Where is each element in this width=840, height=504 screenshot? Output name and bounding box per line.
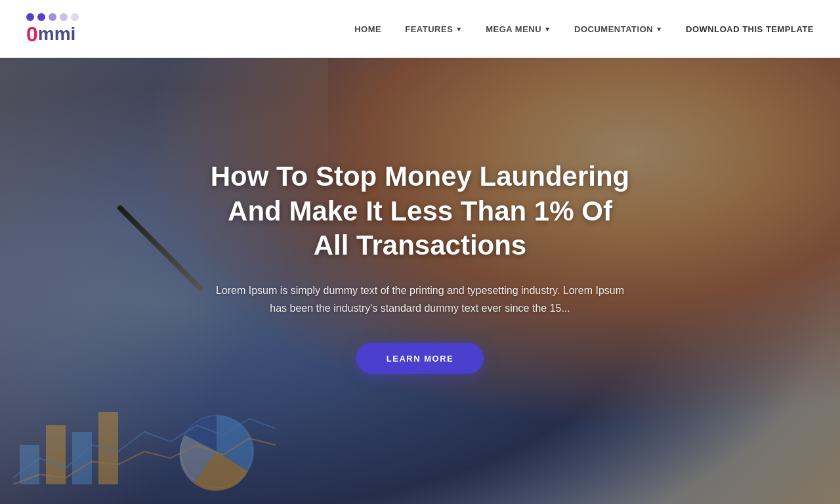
- hero-content: How To Stop Money Laundering And Make It…: [210, 131, 630, 374]
- nav-mega-menu-link[interactable]: MEGA MENU: [486, 24, 541, 34]
- logo-dot-3: [49, 13, 56, 21]
- logo-dot-1: [26, 13, 34, 21]
- nav-item-mega-menu[interactable]: MEGA MENU ▼: [486, 24, 551, 34]
- logo-icon: 0 mmi: [26, 13, 79, 45]
- logo-dot-4: [60, 13, 68, 21]
- navbar: 0 mmi HOME FEATURES ▼ MEGA MENU ▼ DOCUME…: [0, 0, 840, 58]
- hero-description: Lorem Ipsum is simply dummy text of the …: [210, 281, 630, 316]
- mega-menu-dropdown-arrow: ▼: [544, 26, 551, 33]
- features-dropdown-arrow: ▼: [455, 26, 462, 33]
- nav-home-link[interactable]: HOME: [354, 24, 381, 34]
- svg-rect-3: [98, 412, 118, 484]
- chart-decoration: [7, 366, 282, 497]
- logo-dot-2: [37, 13, 45, 21]
- nav-download-link[interactable]: DOWNLOAD THIS TEMPLATE: [686, 24, 814, 34]
- logo-dot-5: [71, 13, 79, 21]
- svg-rect-2: [72, 432, 92, 484]
- nav-features-link[interactable]: FEATURES: [405, 24, 453, 34]
- nav-links-list: HOME FEATURES ▼ MEGA MENU ▼ DOCUMENTATIO…: [354, 23, 814, 35]
- learn-more-button[interactable]: LEARN MORE: [356, 343, 484, 373]
- logo-text: 0 mmi: [26, 24, 75, 45]
- logo-letter-mmi: mmi: [38, 25, 76, 43]
- documentation-dropdown-arrow: ▼: [656, 26, 662, 33]
- nav-item-features[interactable]: FEATURES ▼: [405, 24, 462, 34]
- nav-item-download[interactable]: DOWNLOAD THIS TEMPLATE: [686, 23, 814, 35]
- logo-letter-o: 0: [26, 24, 38, 45]
- nav-item-home[interactable]: HOME: [354, 23, 381, 35]
- hero-section: How To Stop Money Laundering And Make It…: [0, 0, 840, 504]
- logo-dots: [26, 13, 79, 21]
- logo-link[interactable]: 0 mmi: [26, 13, 79, 45]
- hero-title: How To Stop Money Laundering And Make It…: [210, 159, 630, 263]
- nav-item-documentation[interactable]: DOCUMENTATION ▼: [574, 24, 662, 34]
- nav-documentation-link[interactable]: DOCUMENTATION: [574, 24, 653, 34]
